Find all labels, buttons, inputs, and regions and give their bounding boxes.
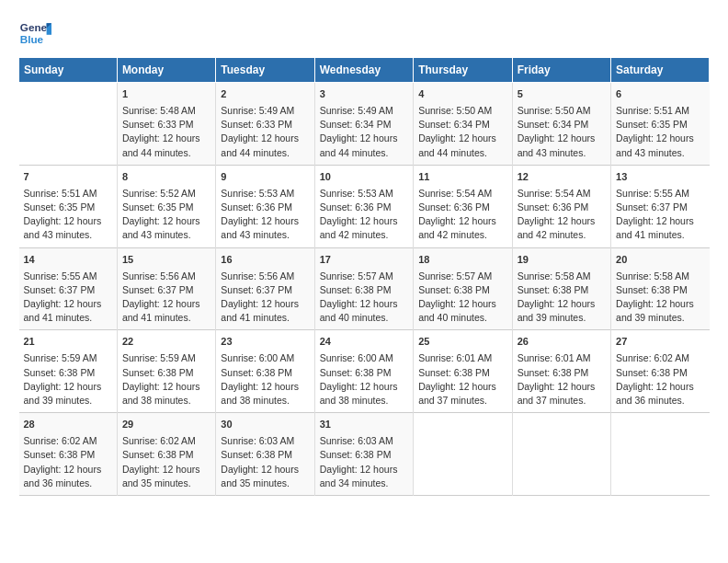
day-info: Daylight: 12 hours: [616, 380, 704, 394]
day-info: Daylight: 12 hours: [418, 132, 506, 145]
day-info: Daylight: 12 hours: [320, 463, 408, 477]
day-info: and 39 minutes.: [24, 394, 112, 408]
day-info: Daylight: 12 hours: [221, 132, 309, 145]
day-info: Sunset: 6:38 PM: [221, 448, 309, 462]
day-info: Sunset: 6:36 PM: [320, 201, 408, 214]
day-info: Sunrise: 6:01 AM: [418, 351, 506, 365]
day-number: 3: [320, 87, 408, 102]
day-number: 2: [221, 87, 309, 102]
calendar-cell: [611, 413, 710, 496]
day-number: 22: [122, 335, 210, 350]
day-info: Sunrise: 6:02 AM: [616, 351, 704, 365]
day-info: Sunset: 6:38 PM: [616, 283, 704, 297]
day-info: Sunrise: 5:57 AM: [320, 270, 408, 283]
calendar-cell: 19Sunrise: 5:58 AMSunset: 6:38 PMDayligh…: [512, 247, 610, 330]
day-info: Sunrise: 6:03 AM: [320, 434, 408, 448]
calendar-cell: 20Sunrise: 5:58 AMSunset: 6:38 PMDayligh…: [611, 247, 710, 330]
calendar-header-row: SundayMondayTuesdayWednesdayThursdayFrid…: [19, 58, 710, 83]
day-info: Sunset: 6:34 PM: [518, 118, 606, 132]
day-info: Sunset: 6:37 PM: [221, 283, 309, 297]
header-friday: Friday: [512, 58, 610, 83]
day-number: 20: [616, 253, 704, 268]
header-thursday: Thursday: [414, 58, 512, 83]
day-info: Sunrise: 6:03 AM: [221, 434, 309, 448]
day-info: Daylight: 12 hours: [24, 297, 112, 311]
day-info: and 42 minutes.: [320, 228, 408, 242]
day-info: Daylight: 12 hours: [518, 297, 606, 311]
day-info: and 36 minutes.: [24, 477, 112, 490]
day-info: and 44 minutes.: [320, 146, 408, 160]
day-info: Daylight: 12 hours: [24, 463, 112, 477]
calendar-cell: 28Sunrise: 6:02 AMSunset: 6:38 PMDayligh…: [19, 413, 118, 496]
day-info: Sunrise: 5:58 AM: [616, 270, 704, 283]
header-monday: Monday: [117, 58, 215, 83]
day-info: Daylight: 12 hours: [320, 380, 408, 394]
day-number: 28: [24, 418, 112, 432]
svg-text:Blue: Blue: [20, 33, 44, 45]
calendar-cell: 7Sunrise: 5:51 AMSunset: 6:35 PMDaylight…: [19, 165, 118, 247]
calendar-cell: 4Sunrise: 5:50 AMSunset: 6:34 PMDaylight…: [414, 83, 512, 166]
week-row-4: 21Sunrise: 5:59 AMSunset: 6:38 PMDayligh…: [19, 330, 710, 413]
logo: General Blue: [18, 17, 51, 50]
calendar-cell: 1Sunrise: 5:48 AMSunset: 6:33 PMDaylight…: [117, 83, 215, 166]
day-number: 26: [518, 335, 606, 350]
day-number: 10: [320, 170, 408, 185]
calendar-cell: 31Sunrise: 6:03 AMSunset: 6:38 PMDayligh…: [314, 413, 413, 496]
day-info: Daylight: 12 hours: [221, 297, 309, 311]
calendar-cell: 11Sunrise: 5:54 AMSunset: 6:36 PMDayligh…: [414, 165, 512, 247]
day-info: and 39 minutes.: [518, 311, 606, 325]
day-number: 16: [221, 253, 309, 268]
day-number: 30: [221, 418, 309, 432]
calendar-cell: 26Sunrise: 6:01 AMSunset: 6:38 PMDayligh…: [512, 330, 610, 413]
calendar-cell: 14Sunrise: 5:55 AMSunset: 6:37 PMDayligh…: [19, 247, 118, 330]
header-saturday: Saturday: [611, 58, 710, 83]
day-number: 15: [122, 253, 210, 268]
day-info: Sunrise: 6:01 AM: [518, 351, 606, 365]
day-info: Sunrise: 5:55 AM: [24, 270, 112, 283]
logo-icon: General Blue: [18, 17, 51, 50]
day-info: Daylight: 12 hours: [221, 214, 309, 228]
day-info: Daylight: 12 hours: [122, 380, 210, 394]
day-info: Daylight: 12 hours: [24, 380, 112, 394]
day-info: Sunrise: 5:51 AM: [24, 187, 112, 201]
day-info: Sunset: 6:38 PM: [518, 283, 606, 297]
day-info: and 41 minutes.: [24, 311, 112, 325]
day-info: Sunrise: 5:54 AM: [418, 187, 506, 201]
day-info: Sunset: 6:38 PM: [320, 283, 408, 297]
day-info: and 36 minutes.: [616, 394, 704, 408]
day-number: 7: [24, 170, 112, 185]
day-number: 27: [616, 335, 704, 350]
header-tuesday: Tuesday: [216, 58, 314, 83]
day-info: and 39 minutes.: [616, 311, 704, 325]
day-info: and 37 minutes.: [518, 394, 606, 408]
day-info: Sunrise: 5:53 AM: [320, 187, 408, 201]
week-row-2: 7Sunrise: 5:51 AMSunset: 6:35 PMDaylight…: [19, 165, 710, 247]
day-info: Sunset: 6:38 PM: [320, 366, 408, 380]
day-info: Sunrise: 5:58 AM: [518, 270, 606, 283]
day-info: Sunset: 6:36 PM: [418, 201, 506, 214]
day-info: Sunset: 6:38 PM: [616, 366, 704, 380]
day-info: Sunset: 6:38 PM: [518, 366, 606, 380]
day-info: Sunset: 6:38 PM: [418, 366, 506, 380]
day-info: and 37 minutes.: [418, 394, 506, 408]
day-info: Daylight: 12 hours: [320, 132, 408, 145]
day-number: 14: [24, 253, 112, 268]
day-number: 5: [518, 87, 606, 102]
day-number: 4: [418, 87, 506, 102]
calendar-cell: 27Sunrise: 6:02 AMSunset: 6:38 PMDayligh…: [611, 330, 710, 413]
calendar-table: SundayMondayTuesdayWednesdayThursdayFrid…: [18, 57, 710, 496]
calendar-cell: 6Sunrise: 5:51 AMSunset: 6:35 PMDaylight…: [611, 83, 710, 166]
day-info: Sunrise: 5:59 AM: [24, 351, 112, 365]
day-info: Daylight: 12 hours: [418, 214, 506, 228]
calendar-cell: [512, 413, 610, 496]
calendar-cell: 13Sunrise: 5:55 AMSunset: 6:37 PMDayligh…: [611, 165, 710, 247]
day-number: 19: [518, 253, 606, 268]
day-info: and 43 minutes.: [122, 228, 210, 242]
day-info: Sunrise: 5:50 AM: [418, 104, 506, 118]
day-info: Sunset: 6:35 PM: [122, 201, 210, 214]
day-info: and 35 minutes.: [122, 477, 210, 490]
day-info: Sunset: 6:37 PM: [24, 283, 112, 297]
day-info: Sunset: 6:37 PM: [122, 283, 210, 297]
day-info: and 40 minutes.: [418, 311, 506, 325]
day-info: Sunset: 6:36 PM: [518, 201, 606, 214]
